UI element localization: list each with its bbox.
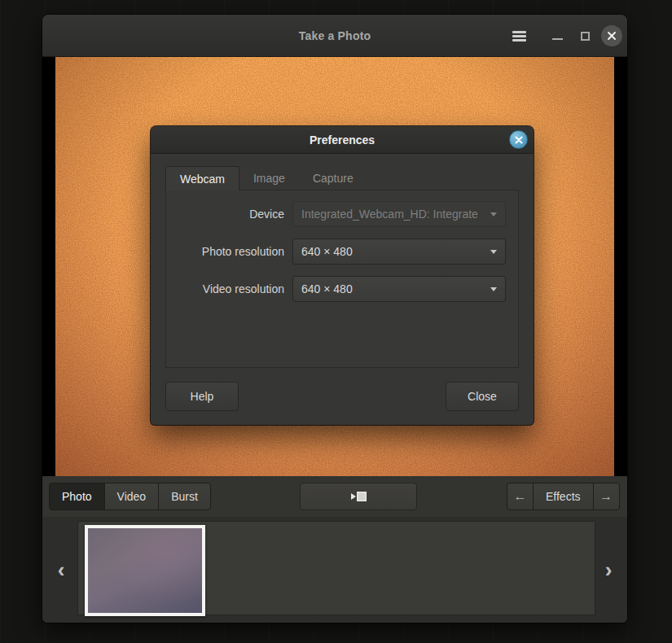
thumbnail-image: [88, 528, 202, 613]
device-label: Device: [178, 208, 284, 221]
device-row: Device Integrated_Webcam_HD: Integrate: [178, 201, 506, 227]
filmstrip-next-button[interactable]: ›: [595, 517, 622, 623]
chevron-down-icon: [490, 287, 497, 291]
effects-prev-button[interactable]: ←: [507, 483, 534, 510]
tab-image[interactable]: Image: [239, 166, 299, 190]
camera-icon: [348, 488, 369, 505]
close-icon: [515, 136, 523, 144]
menu-button[interactable]: [507, 15, 531, 57]
minimize-icon: [552, 38, 563, 40]
filmstrip-bar: ‹ ›: [42, 517, 627, 623]
chevron-down-icon: [490, 212, 497, 217]
dialog-close-action-button[interactable]: Close: [446, 382, 519, 411]
photo-resolution-row: Photo resolution 640 × 480: [178, 238, 506, 265]
thumbnail-strip[interactable]: [77, 521, 595, 615]
maximize-icon: [581, 32, 590, 41]
minimize-button[interactable]: [546, 15, 569, 57]
close-icon: [601, 25, 622, 46]
dialog-titlebar[interactable]: Preferences: [151, 126, 534, 154]
device-dropdown[interactable]: Integrated_Webcam_HD: Integrate: [292, 201, 506, 227]
photo-resolution-value: 640 × 480: [301, 245, 484, 258]
mode-photo-button[interactable]: Photo: [49, 483, 105, 510]
effects-group: ← Effects →: [507, 483, 620, 510]
help-button[interactable]: Help: [165, 382, 239, 411]
hamburger-icon: [512, 35, 526, 37]
photo-thumbnail[interactable]: [85, 525, 205, 616]
mode-burst-button[interactable]: Burst: [158, 483, 211, 510]
dialog-tabs: Webcam Image Capture: [165, 166, 367, 190]
dialog-close-button[interactable]: [509, 130, 528, 149]
close-window-button[interactable]: [600, 15, 624, 57]
take-photo-button[interactable]: [300, 483, 417, 510]
dialog-title: Preferences: [310, 133, 375, 147]
video-resolution-label: Video resolution: [178, 282, 284, 295]
action-toolbar: Photo Video Burst ← Effects →: [42, 476, 627, 517]
video-resolution-dropdown[interactable]: 640 × 480: [292, 276, 506, 302]
preferences-dialog: Preferences Webcam Image Capture Device …: [151, 126, 534, 425]
effects-button[interactable]: Effects: [533, 483, 594, 510]
tab-capture[interactable]: Capture: [299, 166, 367, 190]
titlebar[interactable]: Take a Photo: [42, 15, 627, 57]
filmstrip-prev-button[interactable]: ‹: [47, 517, 75, 623]
window-title: Take a Photo: [42, 15, 627, 57]
mode-video-button[interactable]: Video: [104, 483, 160, 510]
photo-resolution-dropdown[interactable]: 640 × 480: [292, 238, 506, 265]
chevron-down-icon: [490, 250, 497, 254]
maximize-button[interactable]: [573, 15, 596, 57]
video-resolution-value: 640 × 480: [301, 282, 484, 295]
effects-next-button[interactable]: →: [593, 483, 620, 510]
video-resolution-row: Video resolution 640 × 480: [178, 276, 506, 302]
device-value: Integrated_Webcam_HD: Integrate: [301, 208, 484, 221]
mode-switcher: Photo Video Burst: [49, 483, 211, 510]
photo-resolution-label: Photo resolution: [178, 245, 284, 258]
tab-webcam[interactable]: Webcam: [165, 166, 239, 190]
webcam-settings-panel: Device Integrated_Webcam_HD: Integrate P…: [165, 190, 519, 368]
